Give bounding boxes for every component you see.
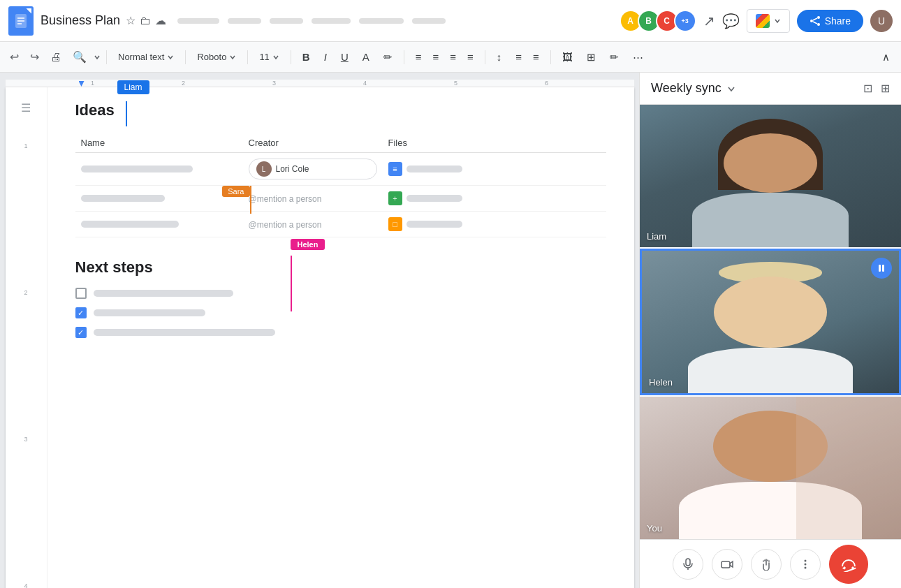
file-bar-1 bbox=[406, 166, 462, 172]
align-justify-button[interactable]: ≡ bbox=[462, 48, 479, 66]
redo-icon[interactable]: ↪ bbox=[26, 47, 43, 66]
align-left-button[interactable]: ≡ bbox=[410, 48, 427, 66]
svg-rect-9 bbox=[879, 265, 881, 272]
you-video-bg bbox=[640, 397, 901, 539]
menu-edit[interactable] bbox=[228, 18, 261, 24]
files-cell-1: ≡ bbox=[388, 162, 601, 176]
ideas-section: Liam Ideas Name Creator Files bbox=[75, 101, 606, 237]
more-icon bbox=[799, 558, 812, 571]
menu-view[interactable] bbox=[270, 18, 303, 24]
activity-icon[interactable]: ↗ bbox=[703, 13, 715, 29]
collapse-toolbar-button[interactable]: ∧ bbox=[877, 48, 895, 66]
next-steps-heading: Next steps Helen bbox=[75, 258, 606, 277]
svg-point-6 bbox=[817, 23, 820, 26]
camera-button[interactable] bbox=[712, 549, 742, 580]
mic-button[interactable] bbox=[673, 549, 703, 580]
liam-video-bg bbox=[640, 105, 901, 247]
end-call-button[interactable] bbox=[829, 545, 868, 584]
checklist-item-3: ✓ bbox=[75, 327, 606, 338]
file-icon-1: ≡ bbox=[388, 162, 402, 176]
ordered-list-button[interactable]: ≡ bbox=[527, 48, 545, 66]
name-bar-1 bbox=[81, 166, 193, 172]
line-spacing-button[interactable]: ↕ bbox=[491, 48, 508, 66]
font-dropdown[interactable]: Roboto bbox=[191, 49, 242, 65]
creator-name-1: Lori Cole bbox=[276, 164, 309, 174]
italic-button[interactable]: I bbox=[318, 48, 332, 66]
expand-icon[interactable]: ⊞ bbox=[881, 82, 890, 95]
menu-format[interactable] bbox=[359, 18, 404, 24]
star-icon[interactable]: ☆ bbox=[126, 14, 135, 27]
svg-point-5 bbox=[810, 20, 813, 22]
table-cell-creator-1: L Lori Cole bbox=[243, 153, 383, 186]
more-button[interactable]: ⋯ bbox=[627, 48, 649, 66]
bullet-list-button[interactable]: ≡ bbox=[510, 48, 527, 66]
more-options-button[interactable] bbox=[790, 549, 821, 580]
panel-header-icons: ⊡ ⊞ bbox=[863, 82, 890, 95]
menu-tools[interactable] bbox=[412, 18, 446, 24]
comment-icon[interactable]: 💬 bbox=[722, 13, 740, 29]
size-dropdown[interactable]: 11 bbox=[254, 49, 284, 65]
share-label: Share bbox=[825, 15, 851, 27]
toc-icon[interactable]: ☰ bbox=[21, 101, 31, 115]
pause-icon bbox=[877, 263, 886, 273]
meet-button[interactable] bbox=[747, 9, 790, 33]
user-avatar[interactable]: U bbox=[870, 10, 893, 32]
svg-line-17 bbox=[844, 568, 856, 571]
col-name: Name bbox=[75, 133, 243, 153]
checkbox-3[interactable]: ✓ bbox=[75, 327, 87, 338]
checkbox-2[interactable]: ✓ bbox=[75, 307, 87, 318]
sara-cursor-tag: Sara bbox=[222, 186, 249, 197]
toolbar-divider-6 bbox=[485, 50, 485, 64]
video-panel: Weekly sync ⊡ ⊞ bbox=[639, 73, 901, 588]
align-center-button[interactable]: ≡ bbox=[427, 48, 445, 66]
panel-dropdown-icon[interactable] bbox=[727, 84, 735, 93]
top-bar: Business Plan ☆ 🗀 ☁ A B C +3 ↗ 💬 bbox=[0, 0, 901, 42]
ruler-mark-3: 3 bbox=[272, 80, 276, 87]
svg-rect-13 bbox=[721, 561, 730, 568]
color-button[interactable]: A bbox=[357, 48, 375, 66]
camera-icon bbox=[721, 558, 733, 571]
creator-badge-1[interactable]: L Lori Cole bbox=[249, 159, 377, 179]
checklist-bar-2 bbox=[94, 309, 205, 316]
ruler-mark-5: 5 bbox=[454, 80, 457, 87]
ruler-marks: 1 2 3 4 5 6 bbox=[6, 80, 634, 87]
share-button[interactable]: Share bbox=[797, 10, 863, 32]
col-files: Files bbox=[383, 133, 606, 153]
image-button[interactable]: 🖼 bbox=[557, 48, 578, 66]
undo-icon[interactable]: ↩ bbox=[6, 47, 23, 66]
menu-insert[interactable] bbox=[312, 18, 351, 24]
menu-file[interactable] bbox=[177, 18, 219, 24]
liam-cursor-tag: Liam bbox=[117, 80, 149, 94]
raise-hand-button[interactable] bbox=[751, 549, 782, 580]
table-cell-files-3: □ bbox=[383, 212, 606, 237]
svg-point-4 bbox=[817, 16, 820, 19]
toolbar: ↩ ↪ 🖨 🔍 Normal text Roboto 11 B I U A ✏ … bbox=[0, 42, 901, 73]
minimize-icon[interactable]: ⊡ bbox=[863, 82, 872, 95]
table-cell-files-1: ≡ bbox=[383, 153, 606, 186]
file-bar-3 bbox=[406, 221, 462, 228]
table-row: @mention a person □ bbox=[75, 212, 606, 237]
zoom-icon[interactable]: 🔍 bbox=[68, 47, 91, 66]
underline-button[interactable]: U bbox=[335, 48, 354, 66]
highlight-button[interactable]: ✏ bbox=[378, 48, 398, 66]
file-icon-3: □ bbox=[388, 217, 402, 231]
cloud-icon[interactable]: ☁ bbox=[155, 14, 166, 27]
panel-header: Weekly sync ⊡ ⊞ bbox=[640, 73, 901, 105]
font-label: Roboto bbox=[197, 52, 226, 62]
print-icon[interactable]: 🖨 bbox=[46, 48, 66, 66]
checkbox-1[interactable] bbox=[75, 288, 87, 299]
drawing-button[interactable]: ✏ bbox=[604, 48, 624, 66]
col-creator: Creator bbox=[243, 133, 383, 153]
video-tile-you: You bbox=[640, 397, 901, 539]
ideas-heading-text: Ideas bbox=[75, 101, 115, 119]
panel-title-area: Weekly sync bbox=[651, 81, 735, 96]
toolbar-divider-3 bbox=[247, 50, 248, 64]
hand-icon bbox=[760, 558, 772, 571]
folder-icon[interactable]: 🗀 bbox=[140, 15, 151, 27]
style-dropdown[interactable]: Normal text bbox=[112, 49, 180, 65]
bold-button[interactable]: B bbox=[297, 48, 316, 66]
align-right-button[interactable]: ≡ bbox=[444, 48, 462, 66]
ideas-table: Name Creator Files bbox=[75, 133, 606, 237]
table-button[interactable]: ⊞ bbox=[581, 48, 601, 66]
zoom-dropdown-icon[interactable] bbox=[94, 54, 101, 61]
